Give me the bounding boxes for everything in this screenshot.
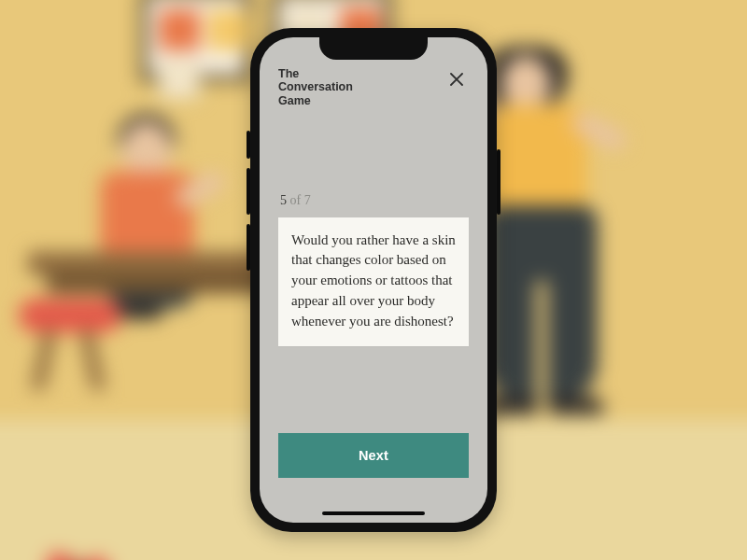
app-title: The Conversation Game [278,67,372,107]
phone-side-button-volume-up [247,168,250,215]
progress-total: 7 [304,193,311,207]
phone-side-button-silence [247,131,250,159]
app-header: The Conversation Game [278,67,469,114]
phone-side-button-right [497,149,500,215]
app-root: The Conversation Game 5 of 7 Would you r… [260,37,487,523]
close-button[interactable] [444,67,469,91]
next-button[interactable]: Next [278,433,469,478]
home-indicator[interactable] [322,511,425,515]
phone-device-frame: The Conversation Game 5 of 7 Would you r… [250,28,497,532]
progress-separator: of [287,193,304,207]
progress-indicator: 5 of 7 [278,193,469,208]
phone-side-button-volume-down [247,224,250,271]
phone-notch [319,37,428,60]
close-icon [450,73,463,86]
question-area: 5 of 7 Would you rather have a skin that… [278,114,469,433]
question-card: Would you rather have a skin that change… [278,217,469,347]
progress-current: 5 [280,193,287,207]
phone-screen: The Conversation Game 5 of 7 Would you r… [260,37,487,523]
